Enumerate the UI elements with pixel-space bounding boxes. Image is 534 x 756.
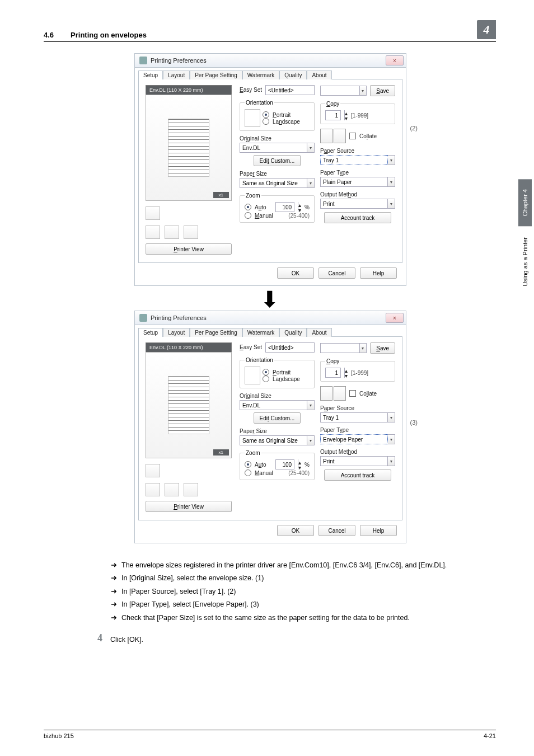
paper-size-select[interactable] bbox=[240, 435, 307, 445]
tab-quality[interactable]: Quality bbox=[279, 328, 307, 337]
tab-about[interactable]: About bbox=[307, 71, 331, 79]
tab-setup[interactable]: Setup bbox=[138, 328, 163, 337]
cancel-button[interactable]: Cancel bbox=[318, 267, 355, 279]
bullet-5: Check that [Paper Size] is set to the sa… bbox=[121, 613, 410, 623]
printer-view-button[interactable]: Printer View bbox=[146, 501, 232, 512]
chevron-down-icon[interactable]: ▾ bbox=[360, 343, 367, 353]
radio-portrait[interactable] bbox=[263, 369, 269, 375]
zoom-value[interactable] bbox=[275, 202, 294, 212]
easy-set-select[interactable] bbox=[265, 342, 315, 353]
radio-portrait[interactable] bbox=[263, 111, 269, 118]
output-method-select[interactable] bbox=[320, 456, 388, 466]
zoom-value[interactable] bbox=[275, 459, 294, 469]
spinner-up-icon[interactable]: ▴ bbox=[298, 202, 301, 207]
tab-perpage[interactable]: Per Page Setting bbox=[190, 71, 242, 79]
ok-button[interactable]: OK bbox=[277, 525, 314, 536]
titlebar: Printing Preferences × bbox=[135, 54, 406, 68]
collate-checkbox[interactable] bbox=[349, 133, 356, 139]
side-tab-caption: Using as a Printer bbox=[518, 226, 532, 297]
copy-value[interactable] bbox=[325, 368, 341, 378]
chevron-down-icon[interactable]: ▾ bbox=[360, 86, 367, 96]
orientation-group: Orientation Portrait Landscape bbox=[240, 100, 315, 131]
account-track-button[interactable]: Account track bbox=[324, 212, 391, 223]
preview-mode-icon-1[interactable] bbox=[146, 206, 160, 220]
paper-source-select[interactable] bbox=[320, 412, 388, 422]
chevron-down-icon[interactable]: ▾ bbox=[388, 434, 395, 444]
close-icon[interactable]: × bbox=[386, 55, 404, 65]
radio-landscape[interactable] bbox=[263, 118, 269, 125]
orientation-legend: Orientation bbox=[245, 100, 274, 106]
preview-mode-icon-3[interactable] bbox=[165, 483, 179, 496]
chevron-down-icon[interactable]: ▾ bbox=[307, 435, 315, 445]
account-track-button[interactable]: Account track bbox=[324, 469, 391, 481]
paper-source-select[interactable] bbox=[320, 155, 388, 165]
paper-size-select[interactable] bbox=[240, 178, 307, 188]
side-tab: Chapter 4 Using as a Printer bbox=[518, 179, 534, 300]
chevron-down-icon[interactable]: ▾ bbox=[388, 177, 395, 187]
tab-layout[interactable]: Layout bbox=[163, 71, 190, 79]
close-icon[interactable]: × bbox=[386, 313, 404, 323]
edit-custom-button[interactable]: Edit Custom... bbox=[254, 155, 301, 166]
preview-mode-icon-3[interactable] bbox=[165, 226, 179, 239]
preview-mode-icon-4[interactable] bbox=[184, 226, 198, 239]
chevron-down-icon[interactable]: ▾ bbox=[307, 178, 315, 188]
chevron-down-icon[interactable]: ▾ bbox=[388, 199, 395, 209]
spinner-down-icon[interactable]: ▾ bbox=[298, 464, 301, 469]
radio-zoom-manual[interactable] bbox=[245, 469, 251, 476]
collate-label: Collate bbox=[359, 133, 377, 139]
tab-watermark[interactable]: Watermark bbox=[242, 328, 280, 337]
tab-setup[interactable]: Setup bbox=[138, 71, 163, 79]
tab-quality[interactable]: Quality bbox=[279, 71, 307, 79]
arrow-icon: ➜ bbox=[111, 573, 117, 584]
chevron-down-icon[interactable]: ▾ bbox=[307, 400, 315, 410]
spinner-down-icon[interactable]: ▾ bbox=[298, 207, 301, 212]
save-button[interactable]: Save bbox=[370, 85, 395, 96]
preview-mode-icon-2[interactable] bbox=[146, 226, 160, 239]
copy-legend: Copy bbox=[325, 101, 340, 107]
original-size-select[interactable] bbox=[240, 143, 307, 153]
easy-set-preset[interactable] bbox=[320, 86, 360, 96]
output-method-select[interactable] bbox=[320, 199, 388, 209]
footer-page: 4-21 bbox=[484, 732, 496, 739]
orientation-icon bbox=[245, 367, 260, 384]
chevron-down-icon[interactable]: ▾ bbox=[388, 155, 395, 165]
easy-set-preset[interactable] bbox=[320, 343, 360, 353]
preview-scale: x1 bbox=[213, 449, 229, 456]
spinner-up-icon[interactable]: ▴ bbox=[344, 110, 348, 115]
easy-set-select[interactable] bbox=[265, 85, 315, 95]
radio-zoom-manual[interactable] bbox=[245, 212, 251, 219]
printer-view-button[interactable]: Printer View bbox=[146, 243, 232, 255]
paper-type-select[interactable] bbox=[320, 177, 388, 187]
chevron-down-icon[interactable]: ▾ bbox=[388, 456, 395, 466]
preview-mode-icon-2[interactable] bbox=[146, 483, 160, 496]
help-button[interactable]: Help bbox=[360, 267, 397, 279]
spinner-up-icon[interactable]: ▴ bbox=[298, 459, 301, 464]
paper-type-select[interactable] bbox=[320, 434, 388, 444]
radio-landscape[interactable] bbox=[263, 375, 269, 382]
save-button[interactable]: Save bbox=[370, 342, 395, 354]
chevron-down-icon[interactable]: ▾ bbox=[307, 143, 315, 153]
tab-perpage[interactable]: Per Page Setting bbox=[190, 328, 242, 337]
tab-layout[interactable]: Layout bbox=[163, 328, 190, 337]
spinner-down-icon[interactable]: ▾ bbox=[344, 373, 348, 378]
zoom-group: Zoom Auto ▴ ▾ % bbox=[240, 450, 315, 480]
help-button[interactable]: Help bbox=[360, 525, 397, 536]
radio-zoom-auto[interactable] bbox=[245, 461, 251, 468]
original-size-select[interactable] bbox=[240, 400, 307, 410]
ok-button[interactable]: OK bbox=[277, 267, 314, 279]
chevron-down-icon[interactable]: ▾ bbox=[388, 412, 395, 422]
spinner-down-icon[interactable]: ▾ bbox=[344, 115, 348, 120]
radio-zoom-auto[interactable] bbox=[245, 204, 251, 210]
spinner-up-icon[interactable]: ▴ bbox=[344, 368, 348, 373]
preview-mode-icon-4[interactable] bbox=[184, 483, 198, 496]
arrow-icon: ➜ bbox=[111, 599, 117, 610]
edit-custom-button[interactable]: Edit Custom... bbox=[254, 412, 301, 424]
cancel-button[interactable]: Cancel bbox=[318, 525, 355, 536]
preview-mode-icon-1[interactable] bbox=[146, 464, 160, 477]
copy-value[interactable] bbox=[325, 110, 341, 120]
collate-checkbox[interactable] bbox=[349, 390, 356, 397]
easy-set-label: Easy Set bbox=[240, 344, 262, 350]
orientation-legend: Orientation bbox=[245, 357, 274, 363]
tab-about[interactable]: About bbox=[307, 328, 331, 337]
tab-watermark[interactable]: Watermark bbox=[242, 71, 280, 79]
